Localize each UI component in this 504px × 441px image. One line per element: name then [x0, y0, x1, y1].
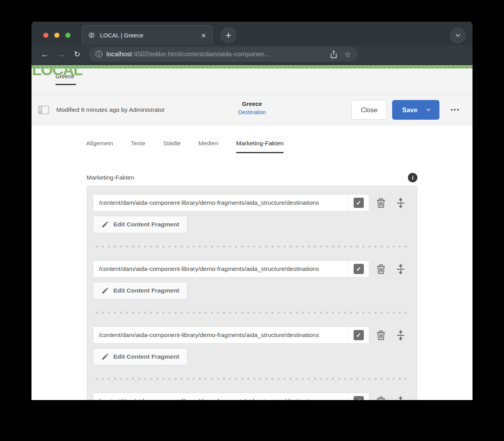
- fragment-path-input[interactable]: [93, 393, 348, 400]
- edit-button-label: Edit Content Fragment: [113, 287, 179, 294]
- close-button[interactable]: Close: [351, 100, 387, 120]
- window-close-button[interactable]: [43, 33, 48, 38]
- window-zoom-button[interactable]: [65, 33, 70, 38]
- fragment-title: Greece: [238, 100, 266, 107]
- logo-strip: LOCAL Greece: [32, 69, 472, 94]
- chevron-down-icon: [454, 32, 461, 39]
- reload-icon[interactable]: ↻: [72, 50, 83, 59]
- tab-texte[interactable]: Texte: [131, 140, 145, 153]
- dotted-separator: [94, 245, 410, 248]
- multifield-item: ✓ Edit Content Fragment: [93, 194, 411, 248]
- url-host: localhost: [106, 50, 132, 57]
- save-dropdown-icon[interactable]: [425, 107, 439, 113]
- tab-medien[interactable]: Medien: [198, 140, 219, 153]
- tab-close-icon[interactable]: ×: [200, 31, 207, 39]
- browser-window: LOCAL | Greece × + ← → ↻ ⓘ localhost:450…: [32, 22, 472, 400]
- share-icon[interactable]: [330, 50, 337, 58]
- fragment-path-field: ✓: [93, 326, 369, 344]
- edit-content-fragment-button[interactable]: Edit Content Fragment: [93, 282, 187, 299]
- multifield-panel: ✓ Edit Content Fragment: [87, 185, 417, 400]
- multifield-item: ✓ Edit Content Fragment: [93, 326, 411, 380]
- checkbox-checked[interactable]: ✓: [354, 264, 364, 274]
- fragment-path-input[interactable]: [93, 195, 348, 211]
- tab-allgemein[interactable]: Allgemein: [86, 140, 113, 153]
- edit-button-label: Edit Content Fragment: [113, 353, 179, 360]
- browser-toolbar: ← → ↻ ⓘ localhost:4502/editor.html/conte…: [32, 44, 472, 64]
- dotted-separator: [94, 311, 410, 314]
- delete-icon[interactable]: [376, 396, 386, 400]
- editor-tabs: Allgemein Texte Städte Medien Marketing-…: [32, 125, 472, 153]
- tab-staedte[interactable]: Städte: [163, 140, 181, 153]
- browser-tabstrip: LOCAL | Greece × +: [32, 22, 472, 44]
- checkbox-checked[interactable]: ✓: [354, 198, 364, 208]
- multifield-item: ✓ Edit Content Fragment: [93, 260, 411, 314]
- field-underline: [56, 84, 76, 85]
- save-label: Save: [392, 106, 426, 114]
- fragment-path-field: ✓: [93, 194, 369, 211]
- fragment-path-field: ✓: [93, 260, 369, 278]
- checkbox-cell: ✓: [348, 195, 369, 211]
- tab-overflow-button[interactable]: [450, 27, 466, 44]
- tab-title: LOCAL | Greece: [100, 32, 200, 39]
- fragment-path-input[interactable]: [93, 327, 348, 343]
- window-controls: [43, 33, 70, 38]
- reorder-icon[interactable]: [396, 197, 406, 209]
- environment-ribbon: [32, 64, 472, 69]
- checkbox-checked[interactable]: ✓: [354, 396, 364, 400]
- checkbox-checked[interactable]: ✓: [354, 330, 364, 340]
- modified-status: Modified 6 minutes ago by Administrator: [56, 106, 165, 113]
- multifield-label: Marketing-Fakten: [87, 174, 134, 181]
- url-text: localhost:4502/editor.html/content/dam/a…: [106, 50, 270, 58]
- more-actions-button[interactable]: •••: [450, 106, 460, 114]
- delete-icon[interactable]: [376, 330, 386, 341]
- forward-icon[interactable]: →: [56, 50, 67, 59]
- address-bar[interactable]: ⓘ localhost:4502/editor.html/content/dam…: [89, 47, 358, 61]
- pencil-icon: [101, 353, 109, 361]
- reorder-icon[interactable]: [396, 263, 406, 275]
- tab-marketing-fakten[interactable]: Marketing-Fakten: [236, 140, 284, 153]
- editor-action-bar: Modified 6 minutes ago by Administrator …: [32, 94, 472, 125]
- fragment-path-input[interactable]: [93, 261, 348, 277]
- fragment-model-link[interactable]: Destination: [238, 109, 266, 115]
- info-icon[interactable]: i: [408, 173, 417, 182]
- browser-tab[interactable]: LOCAL | Greece ×: [82, 25, 213, 44]
- new-tab-button[interactable]: +: [220, 27, 237, 43]
- globe-favicon-icon: [88, 32, 95, 39]
- reorder-icon[interactable]: [396, 330, 406, 341]
- bookmark-star-icon[interactable]: ☆: [344, 50, 351, 59]
- pencil-icon: [101, 220, 109, 228]
- site-info-icon[interactable]: ⓘ: [95, 50, 102, 59]
- side-panel-toggle-icon[interactable]: [38, 105, 50, 115]
- reorder-icon[interactable]: [396, 396, 406, 400]
- checkbox-cell: ✓: [348, 261, 369, 277]
- delete-icon[interactable]: [376, 264, 386, 274]
- save-button[interactable]: Save: [392, 100, 440, 120]
- dotted-separator: [94, 377, 410, 380]
- pencil-icon: [101, 287, 109, 295]
- fragment-path-field: ✓: [93, 393, 369, 400]
- fragment-title-block: Greece Destination: [238, 100, 266, 115]
- delete-icon[interactable]: [376, 198, 386, 208]
- checkbox-cell: ✓: [348, 327, 369, 343]
- back-icon[interactable]: ←: [39, 50, 50, 59]
- edit-content-fragment-button[interactable]: Edit Content Fragment: [93, 216, 187, 233]
- edit-content-fragment-button[interactable]: Edit Content Fragment: [93, 348, 187, 365]
- url-path: :4502/editor.html/content/dam/aida-compo…: [132, 50, 269, 57]
- window-minimize-button[interactable]: [54, 33, 59, 38]
- checkbox-cell: ✓: [348, 393, 369, 400]
- multifield-item: ✓: [93, 393, 411, 400]
- edit-button-label: Edit Content Fragment: [113, 221, 179, 228]
